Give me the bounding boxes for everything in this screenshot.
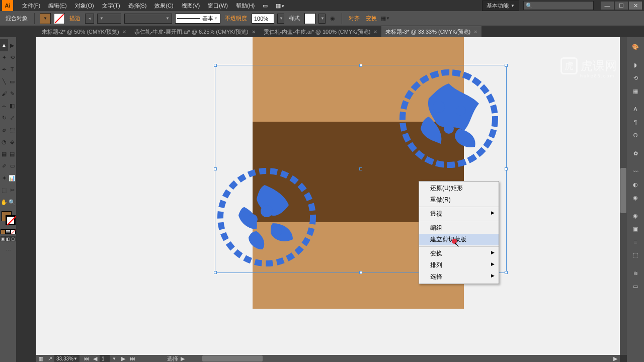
nav-next-icon[interactable]: ▶	[119, 355, 128, 362]
brush-dropdown[interactable]: 基本 ▼	[175, 14, 220, 24]
nav-prev-icon[interactable]: ◀	[91, 355, 100, 362]
handle-top-right[interactable]	[505, 64, 508, 67]
vertical-scroll-thumb[interactable]	[620, 168, 626, 213]
ctx-group[interactable]: 编组	[419, 222, 499, 234]
menu-edit[interactable]: 编辑(E)	[44, 2, 71, 10]
handle-mid-right[interactable]	[505, 167, 508, 170]
search-input[interactable]: 🔍	[523, 1, 594, 10]
eraser-tool[interactable]: ◧	[8, 100, 16, 112]
tab-doc-4[interactable]: 未标题-3* @ 33.33% (CMYK/预览)✕	[381, 26, 481, 37]
workspace-switcher[interactable]: 基本功能▼	[482, 1, 519, 11]
nav-last-icon[interactable]: ⏭	[128, 355, 137, 362]
gradient-tool[interactable]: ▤	[8, 148, 16, 160]
tab-close-icon[interactable]: ✕	[373, 29, 377, 35]
handle-top-mid[interactable]	[359, 64, 362, 67]
status-menu-icon[interactable]: ▶	[178, 355, 187, 362]
tab-doc-3[interactable]: 贡仁礼-内盒-牛皮.ai* @ 100% (CMYK/预览)✕	[260, 26, 382, 37]
handle-bot-right[interactable]	[505, 271, 508, 274]
panel-color-guide-icon[interactable]: ◗	[628, 58, 642, 71]
handle-mid-left[interactable]	[214, 167, 217, 170]
panel-graphic-styles-icon[interactable]: ▣	[628, 222, 642, 235]
shape-builder-tool[interactable]: ◔	[0, 136, 8, 148]
panel-layers-icon[interactable]: ≋	[628, 266, 642, 280]
paintbrush-tool[interactable]: 🖌	[0, 87, 8, 100]
artboard-number-input[interactable]: 1	[100, 355, 110, 362]
handle-bot-left[interactable]	[214, 271, 217, 274]
canvas[interactable]: 还原(U)矩形 重做(R) 透视▶ 编组 建立剪切蒙版 变换▶ 排列▶ 选择▶ …	[36, 37, 620, 355]
line-tool[interactable]: ╲	[0, 75, 8, 87]
panel-appearance-icon[interactable]: ◉	[628, 209, 642, 222]
zoom-level-input[interactable]: 33.33%▼	[54, 355, 79, 362]
panel-transform-icon[interactable]: ⬚	[628, 248, 642, 261]
menu-select[interactable]: 选择(S)	[124, 2, 151, 10]
rectangle-tool[interactable]: ▭	[8, 75, 16, 87]
magic-wand-tool[interactable]: ✦	[0, 51, 8, 63]
panel-swatches-icon[interactable]: ▦	[628, 84, 642, 98]
align-label[interactable]: 对齐	[347, 15, 361, 22]
stroke-weight-input[interactable]: ▼	[97, 14, 121, 24]
handle-bot-mid[interactable]	[359, 271, 362, 274]
isolate-icon[interactable]: ▦▼	[381, 13, 389, 25]
menu-type[interactable]: 文字(T)	[98, 2, 124, 10]
panel-transparency-icon[interactable]: ◉	[628, 191, 642, 204]
screen-mode-row[interactable]: ▣◧▢	[1, 236, 16, 241]
symbol-sprayer-tool[interactable]: ✶	[0, 172, 8, 184]
nav-first-icon[interactable]: ⏮	[82, 355, 91, 362]
edit-toolbar-icon[interactable]: ⋯	[0, 244, 16, 256]
ctx-select[interactable]: 选择▶	[419, 271, 499, 283]
menu-help[interactable]: 帮助(H)	[232, 2, 259, 10]
stroke-swatch[interactable]	[54, 13, 65, 24]
perspective-tool[interactable]: ⬙	[8, 136, 16, 148]
opacity-input[interactable]: 100%	[252, 14, 274, 24]
slice-tool[interactable]: ✂	[8, 184, 16, 196]
style-dropdown[interactable]: ▼	[318, 14, 326, 24]
hscroll-right-icon[interactable]: ▶	[611, 355, 620, 362]
zoom-tool[interactable]: 🔍	[8, 196, 16, 208]
tab-close-icon[interactable]: ✕	[252, 29, 256, 35]
panel-paragraph-icon[interactable]: ¶	[628, 116, 642, 129]
menu-window[interactable]: 窗口(W)	[204, 2, 232, 10]
fill-swatch[interactable]: ▼	[40, 13, 51, 24]
window-minimize[interactable]: —	[601, 2, 614, 10]
tab-close-icon[interactable]: ✕	[122, 29, 126, 35]
tab-doc-1[interactable]: 未标题-2* @ 50% (CMYK/预览)✕	[38, 26, 130, 37]
type-tool[interactable]: T	[8, 63, 16, 75]
menu-object[interactable]: 对象(O)	[71, 2, 98, 10]
panel-artboards-icon[interactable]: ▭	[628, 280, 642, 293]
rotate-tool[interactable]: ↻	[0, 112, 8, 124]
panel-gradient2-icon[interactable]: ◐	[628, 178, 642, 191]
stroke-profile-dropdown[interactable]: ▼	[124, 14, 172, 24]
eyedropper-tool[interactable]: ✐	[0, 160, 8, 172]
hand-tool[interactable]: ✋	[0, 196, 8, 208]
menu-arrange-icon[interactable]: ▦▼	[272, 3, 289, 9]
panel-symbols-icon[interactable]: ✿	[628, 147, 642, 160]
tab-close-icon[interactable]: ✕	[473, 29, 477, 35]
tab-doc-2[interactable]: 恭仁礼-牛皮-展开图.ai* @ 6.25% (CMYK/预览)✕	[130, 26, 260, 37]
panel-brushes-icon[interactable]: 〰	[628, 165, 642, 178]
horizontal-scroll-thumb[interactable]	[202, 355, 263, 361]
ctx-arrange[interactable]: 排列▶	[419, 259, 499, 271]
ctx-undo[interactable]: 还原(U)矩形	[419, 183, 499, 194]
vertical-scrollbar[interactable]	[620, 37, 627, 355]
stroke-weight-stepper[interactable]: ◂	[85, 14, 94, 24]
ctx-perspective[interactable]: 透视▶	[419, 208, 499, 220]
fill-stroke-indicator[interactable]	[1, 210, 16, 226]
window-close[interactable]: ✕	[629, 2, 642, 10]
status-icon-2[interactable]: ↗	[45, 355, 54, 362]
stroke-label[interactable]: 描边	[68, 15, 82, 22]
ctx-redo[interactable]: 重做(R)	[419, 194, 499, 206]
ctx-transform[interactable]: 变换▶	[419, 248, 499, 259]
menu-effect[interactable]: 效果(C)	[150, 2, 177, 10]
opacity-label[interactable]: 不透明度	[223, 15, 249, 22]
selection-tool[interactable]: ▲	[0, 39, 8, 51]
panel-color-icon[interactable]: 🎨	[628, 40, 642, 53]
horizontal-scrollbar[interactable]	[202, 355, 611, 361]
style-swatch[interactable]	[304, 13, 315, 24]
artboard-tool[interactable]: ⬚	[0, 184, 8, 196]
recolor-icon[interactable]: ◉	[329, 13, 337, 25]
transform-label[interactable]: 变换	[364, 15, 378, 22]
free-transform-tool[interactable]: ⬚	[8, 124, 16, 136]
direct-selection-tool[interactable]: ▶	[8, 39, 16, 51]
panel-opentype-icon[interactable]: O	[628, 129, 642, 142]
opacity-dropdown[interactable]: ▼	[277, 14, 284, 24]
